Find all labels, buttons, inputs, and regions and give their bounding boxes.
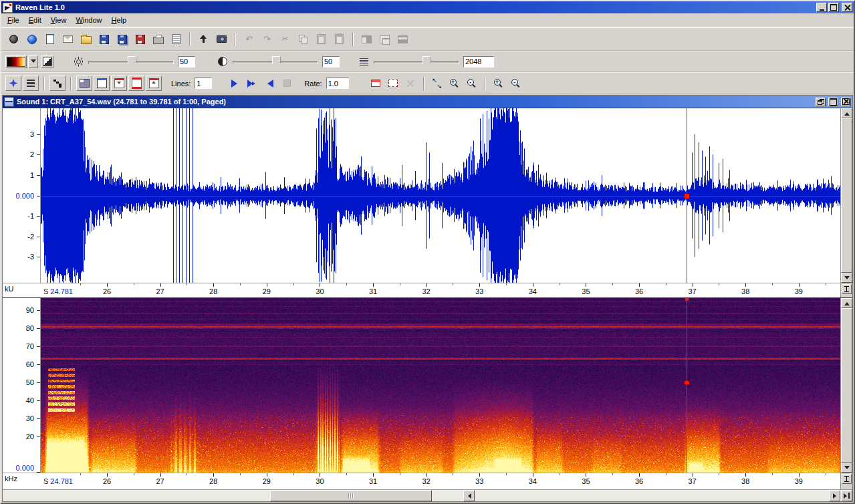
time-axis-tick xyxy=(639,473,640,477)
colormap-button[interactable] xyxy=(5,55,27,68)
open-recent-button[interactable] xyxy=(59,31,76,47)
y-axis-tick xyxy=(37,436,40,437)
y-axis-tick xyxy=(37,382,40,383)
sound-window-titlebar[interactable]: Sound 1: CRT_A37_54.wav (24.781 to 39.78… xyxy=(3,96,852,108)
time-scrollbar-thumb[interactable] xyxy=(270,490,432,501)
import-button[interactable] xyxy=(195,31,212,47)
lines-input[interactable] xyxy=(195,78,212,89)
save-button[interactable] xyxy=(96,31,112,47)
y-axis-tick xyxy=(37,237,40,237)
selection-border-button[interactable] xyxy=(385,76,401,91)
grid-view-button[interactable] xyxy=(76,76,92,91)
time-axis-tick xyxy=(479,283,480,287)
zoom-in-time-button[interactable] xyxy=(447,76,463,91)
y-axis-label: 60 xyxy=(26,360,34,368)
time-scrollbar[interactable] xyxy=(3,489,852,501)
print-preview-button[interactable] xyxy=(168,31,185,47)
waveform-scrollbar[interactable] xyxy=(840,108,852,283)
layout-list-icon xyxy=(27,80,35,87)
waveform-axis-corner xyxy=(840,283,852,297)
time-axis-minor-tick xyxy=(772,283,773,285)
save-as-button[interactable] xyxy=(132,31,148,47)
window-view-button[interactable] xyxy=(94,76,110,91)
open-remote-button[interactable] xyxy=(23,31,40,47)
rate-input[interactable] xyxy=(326,78,349,89)
spectrogram-canvas[interactable] xyxy=(41,298,840,473)
list-layout-button[interactable] xyxy=(23,76,39,91)
close-button[interactable] xyxy=(842,3,852,12)
page-scrollbar-track[interactable] xyxy=(475,490,828,501)
sound-close-button[interactable] xyxy=(841,98,851,106)
scroll-right-button[interactable] xyxy=(829,490,840,501)
zoom-out-time-button[interactable] xyxy=(464,76,480,91)
open-sound-button[interactable] xyxy=(78,31,94,47)
time-axis-minor-tick xyxy=(719,283,719,285)
window-titlebar[interactable]: Raven Lite 1.0 xyxy=(1,1,854,13)
cut-icon xyxy=(281,35,288,43)
snapshot-button[interactable] xyxy=(213,31,230,47)
scroll-down-button[interactable] xyxy=(841,463,852,473)
sound-maximize-button[interactable] xyxy=(828,98,838,106)
scroll-up-button[interactable] xyxy=(841,298,852,308)
arrow-up-icon xyxy=(844,299,850,305)
brightness-value-field[interactable] xyxy=(178,56,195,68)
menu-window[interactable]: Window xyxy=(72,15,107,25)
selection-mode-button[interactable] xyxy=(368,76,384,91)
play-page-button[interactable] xyxy=(244,76,260,91)
contrast-slider[interactable] xyxy=(233,55,318,68)
menu-file[interactable]: File xyxy=(3,15,25,25)
menu-help[interactable]: Help xyxy=(108,15,132,25)
slider-thumb[interactable] xyxy=(128,56,136,68)
toolbar-separator xyxy=(352,33,354,46)
waveform-plot xyxy=(41,108,840,283)
play-button[interactable] xyxy=(227,76,243,91)
scrollbar-thumb[interactable] xyxy=(841,118,852,273)
y-axis-tick xyxy=(37,418,40,419)
time-axis-tick xyxy=(107,283,108,287)
grayscale-colormap-button[interactable] xyxy=(41,55,53,68)
menu-view[interactable]: View xyxy=(47,15,72,25)
waveform-axis-button[interactable] xyxy=(842,284,852,294)
minimize-button[interactable] xyxy=(816,3,827,12)
window-size-value-field[interactable] xyxy=(463,56,494,68)
time-axis-label: 31 xyxy=(369,287,377,295)
waveform-canvas[interactable] xyxy=(41,108,840,283)
scroll-up-button[interactable] xyxy=(841,108,852,118)
zoom-to-selection-button[interactable] xyxy=(429,76,445,91)
play-reverse-button[interactable] xyxy=(261,76,277,91)
time-axis-minor-tick xyxy=(80,283,81,285)
close-icon xyxy=(844,5,850,11)
zoom-in-freq-button[interactable] xyxy=(491,76,507,91)
slider-thumb[interactable] xyxy=(272,56,281,68)
menu-edit[interactable]: Edit xyxy=(25,15,47,25)
new-sound-window-button[interactable] xyxy=(41,31,58,47)
window-size-slider[interactable] xyxy=(374,55,459,68)
spectrogram-axis-button[interactable] xyxy=(842,474,852,484)
y-axis-label: 70 xyxy=(26,342,34,350)
scroll-left-button[interactable] xyxy=(463,490,475,501)
record-sound-button[interactable] xyxy=(5,31,22,47)
save-all-button[interactable] xyxy=(114,31,130,47)
spectrogram-page-button[interactable] xyxy=(111,76,127,91)
next-page-button[interactable] xyxy=(841,490,852,501)
slider-thumb[interactable] xyxy=(422,56,431,68)
paste-button xyxy=(313,31,330,47)
time-axis-minor-tick xyxy=(666,283,666,285)
scrollbar-thumb[interactable] xyxy=(841,308,852,463)
time-axis-label: 31 xyxy=(369,477,377,485)
zoom-out-freq-button[interactable] xyxy=(508,76,524,91)
maximize-button[interactable] xyxy=(828,3,839,12)
time-axis-tick xyxy=(373,473,374,477)
brightness-slider[interactable] xyxy=(88,55,174,68)
spectrogram-slice-button[interactable] xyxy=(146,76,162,91)
sound-restore-button[interactable] xyxy=(816,98,826,106)
spectrogram-scroll-button[interactable] xyxy=(128,76,144,91)
standard-layout-button[interactable] xyxy=(5,76,21,91)
time-axis-label: 38 xyxy=(741,287,749,295)
print-button[interactable] xyxy=(150,31,166,47)
measurement-button[interactable] xyxy=(49,76,66,91)
contrast-value-field[interactable] xyxy=(322,56,340,68)
scroll-down-button[interactable] xyxy=(841,273,852,283)
spectrogram-scrollbar[interactable] xyxy=(840,298,852,473)
colormap-dropdown-button[interactable] xyxy=(28,55,38,68)
